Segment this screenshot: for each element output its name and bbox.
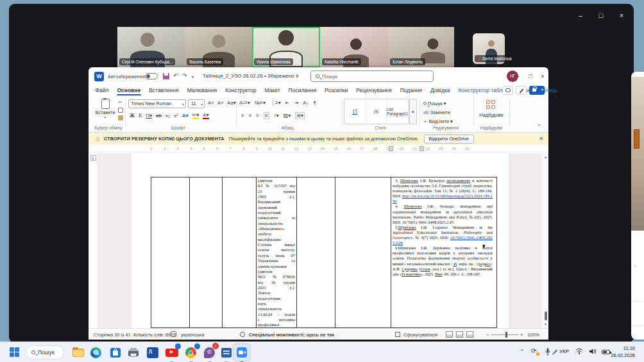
styles-gallery[interactable]: 15 16 List Paragraph1 bbox=[344, 99, 409, 124]
edge-icon[interactable] bbox=[89, 345, 104, 360]
scrollbar-thumb[interactable] bbox=[545, 311, 547, 320]
zoom-minimize-button[interactable]: – bbox=[573, 9, 588, 22]
save-icon[interactable] bbox=[163, 73, 169, 79]
taskbar-search-input[interactable]: Пошук bbox=[26, 345, 64, 359]
file-explorer-icon[interactable] bbox=[71, 345, 86, 360]
printer-icon[interactable] bbox=[126, 345, 141, 360]
video-tile[interactable]: Сергій Олегович Кубіцьк... bbox=[117, 27, 185, 67]
zoom-out-icon[interactable]: − bbox=[486, 332, 489, 338]
indent-marker[interactable] bbox=[389, 146, 393, 151]
ribbon-tab-Основне[interactable]: Основне bbox=[113, 85, 145, 95]
video-tile[interactable]: Serhii Mykhniuk bbox=[473, 33, 505, 64]
collapse-ribbon-icon[interactable]: ⌄ bbox=[537, 121, 541, 127]
ribbon-tab-Файл[interactable]: Файл bbox=[91, 85, 113, 95]
highlight-color-icon[interactable]: ✏▾ bbox=[192, 112, 199, 119]
document-scrollbar[interactable]: ▲ ▼ bbox=[542, 153, 548, 328]
tray-overflow-chevron-icon[interactable]: ⌃ bbox=[520, 349, 525, 362]
ribbon-tab-Вставлення[interactable]: Вставлення bbox=[145, 85, 183, 95]
strikethrough-icon[interactable]: ab bbox=[156, 113, 162, 119]
subscript-icon[interactable]: x₂ bbox=[165, 113, 170, 119]
text-effects-icon[interactable]: A▾ bbox=[182, 113, 189, 119]
video-tile[interactable]: Білан Людмила bbox=[388, 27, 454, 67]
document-title[interactable]: Таблиця_2_УЗО 26.02.26 • Збережено ∨ bbox=[203, 73, 299, 79]
publication-item[interactable]: 4. Шумілова І.Ф. Strategic management an… bbox=[393, 204, 493, 224]
horizontal-ruler[interactable]: · 1 ·· 2 ·· 3 ·· 4 ·· 5 ·· 6 ·· 7 ·· 8 ·… bbox=[89, 145, 548, 152]
panel-expand-chevron-icon[interactable]: › bbox=[634, 263, 636, 269]
word-close-button[interactable]: × bbox=[537, 71, 548, 81]
scroll-down-icon[interactable]: ▼ bbox=[544, 322, 547, 326]
font-name-select[interactable]: Times New Roman▾ bbox=[128, 99, 186, 108]
video-tile[interactable]: Василь Базелюк bbox=[185, 27, 252, 67]
floating-video-panel[interactable]: › bbox=[631, 72, 644, 340]
format-painter-icon[interactable] bbox=[118, 115, 123, 120]
language-indicator[interactable]: УКР bbox=[559, 349, 569, 362]
banner-close-icon[interactable]: ✕ bbox=[539, 136, 543, 142]
proofing-icon[interactable] bbox=[171, 331, 176, 337]
paste-button[interactable]: Вставити ▾ bbox=[92, 98, 118, 125]
increase-indent-icon[interactable]: ⇥ bbox=[294, 100, 298, 106]
view-mode-icons[interactable] bbox=[446, 331, 477, 338]
zoom-maximize-button[interactable]: □ bbox=[594, 9, 608, 22]
sync-icon[interactable]: ⟳ bbox=[531, 347, 536, 362]
comments-icon[interactable] bbox=[502, 86, 513, 95]
style-option[interactable]: List Paragraph1 bbox=[387, 99, 409, 124]
undo-button[interactable]: ↶ bbox=[173, 72, 178, 79]
diploma-cell-text[interactable]: (диплом КЗ № 015597 від 23 червня 1993 р… bbox=[258, 178, 295, 328]
table-cell[interactable] bbox=[296, 177, 335, 328]
battery-icon[interactable] bbox=[602, 350, 610, 354]
underline-icon[interactable]: П▾ bbox=[146, 113, 152, 119]
publications-cell-text[interactable]: 3. Шумілова І.Ф. Культура провідництва в… bbox=[393, 178, 493, 277]
wifi-icon[interactable] bbox=[575, 348, 583, 362]
page-indicator[interactable]: Сторінка 39 із 41 bbox=[94, 332, 131, 338]
slash-app-icon[interactable]: /\ bbox=[145, 345, 160, 360]
show-marks-icon[interactable]: ¶ bbox=[313, 100, 316, 106]
ribbon-tab-Малювання[interactable]: Малювання bbox=[183, 85, 221, 95]
table-cell[interactable] bbox=[151, 177, 189, 328]
italic-icon[interactable]: K bbox=[139, 113, 142, 119]
video-tile[interactable]: Nataliia Hrechanik bbox=[320, 27, 388, 67]
style-option[interactable]: 16 bbox=[366, 99, 387, 124]
zoom-close-button[interactable]: × bbox=[614, 9, 629, 22]
table-cell[interactable] bbox=[335, 177, 391, 328]
ribbon-tab-Посилання[interactable]: Посилання bbox=[284, 85, 321, 95]
accessibility-status[interactable]: Спеціальні можливості: щось не так bbox=[249, 332, 334, 338]
publication-item[interactable]: 5.Шумілова І.Ф. Logistics Management in … bbox=[393, 225, 493, 245]
find-button[interactable]: Пошук ▾ bbox=[423, 101, 446, 106]
add-ins-button[interactable]: Надбудови bbox=[476, 112, 507, 118]
youtube-icon[interactable]: ▶ bbox=[164, 345, 180, 360]
ribbon-tab-Довідка[interactable]: Довідка bbox=[426, 85, 454, 95]
ribbon-tab-Макет[interactable]: Макет bbox=[260, 85, 284, 95]
superscript-icon[interactable]: x² bbox=[174, 113, 178, 119]
word-maximize-button[interactable]: □ bbox=[525, 71, 536, 81]
video-tile-active-speaker[interactable]: Ирина Шумилова bbox=[252, 27, 320, 67]
change-case-icon[interactable]: Aa▾ bbox=[227, 100, 236, 106]
align-center-icon[interactable]: ≡ bbox=[249, 113, 252, 119]
decrease-indent-icon[interactable]: ⇤ bbox=[285, 100, 290, 106]
align-right-icon[interactable]: ≡ bbox=[256, 113, 259, 119]
share-protected-button[interactable] bbox=[529, 86, 545, 95]
cut-icon[interactable]: ✂ bbox=[118, 99, 123, 105]
redo-button[interactable]: ↷ bbox=[182, 72, 187, 79]
publication-item[interactable]: 6.Шумілова І.Ф. Державна політика в галу… bbox=[393, 245, 493, 277]
borders-icon[interactable]: ⊞▾ bbox=[295, 112, 305, 119]
doi-link[interactable]: http://dx.doi.org/10.31548/hspedagog15(2… bbox=[393, 193, 493, 203]
numbered-list-icon[interactable]: №≡▾ bbox=[255, 100, 266, 106]
clock[interactable]: 11:10 26.02.2026 bbox=[611, 345, 635, 359]
word-count[interactable]: Кількість слів: 8929 bbox=[133, 332, 176, 338]
zoom-slider[interactable] bbox=[491, 334, 518, 335]
draw-pen-icon[interactable] bbox=[516, 86, 527, 95]
line-spacing-icon[interactable]: ↕▾ bbox=[274, 113, 279, 119]
store-icon[interactable] bbox=[108, 345, 123, 360]
word-search-input[interactable]: Пошук bbox=[310, 70, 434, 82]
zoom-level[interactable]: 100% bbox=[527, 332, 539, 338]
shrink-font-icon[interactable]: A˅ bbox=[217, 100, 224, 106]
table-cell[interactable] bbox=[222, 177, 256, 328]
focus-mode-button[interactable]: Сфокусуватися bbox=[403, 332, 437, 338]
bold-icon[interactable]: Ж bbox=[130, 113, 135, 119]
mic-tray-icon[interactable] bbox=[545, 348, 550, 362]
open-onedrive-button[interactable]: Відкрити OneDrive bbox=[424, 135, 474, 144]
autosave-toggle[interactable] bbox=[145, 73, 158, 79]
ribbon-tab-Розсилки[interactable]: Розсилки bbox=[321, 85, 352, 95]
scroll-up-icon[interactable]: ▲ bbox=[544, 155, 547, 159]
table-cell[interactable] bbox=[189, 177, 222, 328]
